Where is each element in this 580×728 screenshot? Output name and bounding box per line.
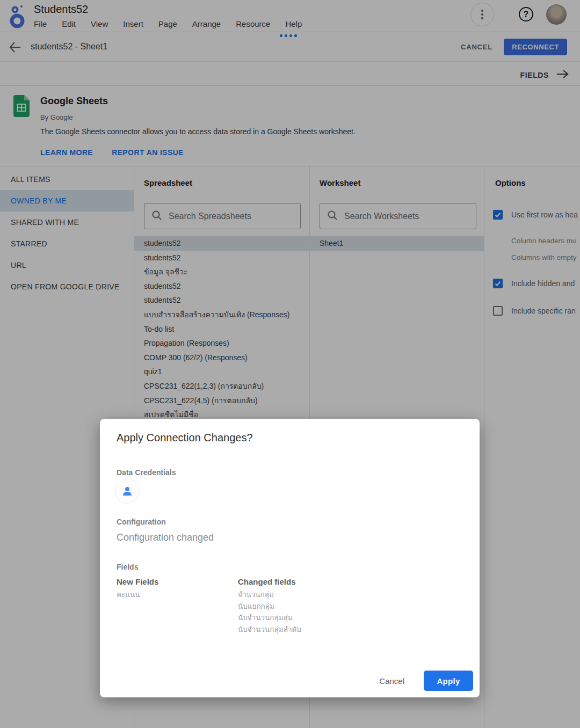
changed-field: จำนวนกลุ่ม (238, 589, 301, 601)
new-fields-list: คะแนน (117, 589, 238, 601)
dialog-title: Apply Connection Changes? (117, 432, 253, 444)
changed-fields-column: Changed fields จำนวนกลุ่มนับแยกกลุ่มนับจ… (238, 577, 301, 635)
changed-field: นับแยกกลุ่ม (238, 601, 301, 613)
apply-changes-dialog: Apply Connection Changes? Data Credentia… (100, 419, 480, 697)
data-credentials-label: Data Credentials (117, 468, 176, 477)
new-field: คะแนน (117, 589, 238, 601)
dialog-cancel-button[interactable]: Cancel (374, 672, 410, 690)
new-fields-column: New Fields คะแนน (117, 577, 238, 635)
changed-field: นับจำนวนกลุ่มลำดับ (238, 624, 301, 636)
changed-fields-list: จำนวนกลุ่มนับแยกกลุ่มนับจำนวนกลุ่มสุ่มนั… (238, 589, 301, 635)
fields-label: Fields (117, 563, 138, 571)
changed-fields-header: Changed fields (238, 577, 301, 586)
new-fields-header: New Fields (117, 577, 238, 586)
dialog-apply-button[interactable]: Apply (424, 671, 473, 691)
credential-avatar (115, 479, 140, 504)
configuration-label: Configuration (117, 518, 166, 526)
person-icon (121, 485, 134, 498)
configuration-status: Configuration changed (117, 532, 214, 543)
changed-field: นับจำนวนกลุ่มสุ่ม (238, 612, 301, 624)
